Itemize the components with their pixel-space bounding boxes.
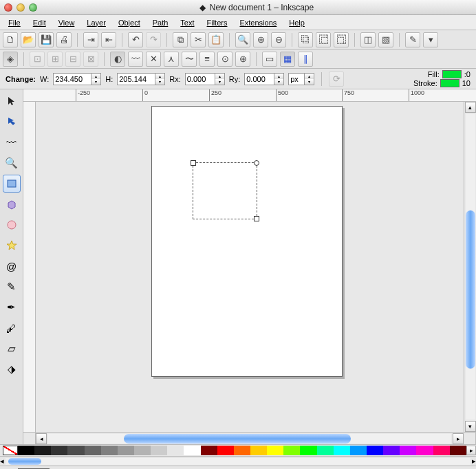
hscroll-thumb[interactable] xyxy=(124,434,351,444)
snap-bbox-mid-button[interactable]: ⊠ xyxy=(83,52,98,67)
tweak-tool[interactable]: 〰 xyxy=(3,133,21,151)
palette-scroll-right[interactable]: ▸ xyxy=(472,457,476,466)
reset-corners-button[interactable]: ⟳ xyxy=(329,72,344,87)
palette-scroll-left[interactable]: ◂ xyxy=(0,457,4,466)
undo-button[interactable]: ↶ xyxy=(128,32,143,47)
new-document-button[interactable]: 🗋 xyxy=(3,32,18,47)
print-button[interactable]: 🖨 xyxy=(56,32,72,47)
unlink-clone-button[interactable]: ⿹ xyxy=(334,32,349,47)
eraser-tool[interactable]: ▱ xyxy=(3,340,21,358)
menu-edit[interactable]: Edit xyxy=(28,17,52,28)
snap-rotation-button[interactable]: ⊕ xyxy=(235,52,250,67)
resize-handle-tl[interactable] xyxy=(191,160,196,166)
width-spinner[interactable]: ▴▾ xyxy=(91,73,101,85)
node-tool[interactable] xyxy=(3,113,21,131)
snap-node-button[interactable]: ◐ xyxy=(110,52,125,67)
menu-help[interactable]: Help xyxy=(283,17,310,28)
palette-swatch[interactable] xyxy=(184,446,200,455)
close-window-button[interactable] xyxy=(4,3,12,12)
menu-layer[interactable]: Layer xyxy=(81,17,111,28)
zoom-window-button[interactable] xyxy=(29,3,37,12)
palette-swatch[interactable] xyxy=(118,446,134,455)
menu-text[interactable]: Text xyxy=(175,17,199,28)
stroke-swatch-top[interactable] xyxy=(440,79,459,87)
snap-bbox-button[interactable]: ⊡ xyxy=(30,52,45,67)
rectangle-tool[interactable] xyxy=(3,175,21,193)
palette-swatch[interactable] xyxy=(167,446,184,455)
palette-swatch[interactable] xyxy=(18,446,34,455)
height-input[interactable] xyxy=(117,73,155,85)
palette-swatch[interactable] xyxy=(134,446,151,455)
redo-button[interactable]: ↷ xyxy=(146,32,161,47)
selector-tool[interactable] xyxy=(3,92,21,110)
zoom-drawing-button[interactable]: ⊕ xyxy=(253,32,268,47)
width-input[interactable] xyxy=(53,73,91,85)
snap-page-button[interactable]: ▭ xyxy=(262,52,277,67)
palette-scrollbar[interactable]: ◂ ▸ xyxy=(0,457,476,466)
menu-extensions[interactable]: Extensions xyxy=(234,17,282,28)
import-button[interactable]: ⇥ xyxy=(83,32,98,47)
save-button[interactable]: 💾 xyxy=(39,32,54,47)
unit-spinner[interactable]: ▴▾ xyxy=(305,73,314,85)
palette-swatch[interactable] xyxy=(34,446,51,455)
cut-button[interactable]: ✂ xyxy=(191,32,206,47)
vertical-scrollbar[interactable]: ▴ ▾ xyxy=(464,102,476,432)
unit-select[interactable] xyxy=(288,73,305,85)
menu-object[interactable]: Object xyxy=(113,17,146,28)
zoom-selection-button[interactable]: 🔍 xyxy=(235,32,250,47)
palette-swatch[interactable] xyxy=(350,446,367,455)
snap-center-button[interactable]: ⊙ xyxy=(217,52,232,67)
zoom-tool[interactable]: 🔍 xyxy=(3,154,21,172)
menu-filters[interactable]: Filters xyxy=(202,17,233,28)
no-fill-swatch[interactable] xyxy=(3,446,18,455)
palette-swatch[interactable] xyxy=(416,446,433,455)
paint-bucket-tool[interactable]: ⬗ xyxy=(3,360,21,378)
scroll-up-button[interactable]: ▴ xyxy=(465,102,476,113)
ry-input[interactable] xyxy=(244,73,274,85)
palette-swatch[interactable] xyxy=(367,446,383,455)
minimize-window-button[interactable] xyxy=(17,3,25,12)
palette-swatch[interactable] xyxy=(450,446,466,455)
palette-swatch[interactable] xyxy=(433,446,450,455)
corner-radius-handle[interactable] xyxy=(254,160,259,166)
snap-cusp-button[interactable]: ⋏ xyxy=(164,52,179,67)
palette-swatch[interactable] xyxy=(250,446,267,455)
scroll-right-button[interactable]: ▸ xyxy=(453,433,464,444)
horizontal-scrollbar[interactable]: ◂ ▸ xyxy=(36,433,464,444)
menu-view[interactable]: View xyxy=(53,17,80,28)
palette-scroll-button[interactable]: ▸ xyxy=(466,446,476,455)
palette-swatch[interactable] xyxy=(151,446,167,455)
palette-scroll-thumb[interactable] xyxy=(8,458,41,465)
height-spinner[interactable]: ▴▾ xyxy=(155,73,165,85)
rx-input[interactable] xyxy=(185,73,215,85)
copy-button[interactable]: ⧉ xyxy=(173,32,188,47)
snap-grid-button[interactable]: ▦ xyxy=(280,52,295,67)
palette-swatch[interactable] xyxy=(300,446,316,455)
palette-swatch[interactable] xyxy=(334,446,350,455)
ry-spinner[interactable]: ▴▾ xyxy=(274,73,284,85)
vertical-ruler[interactable] xyxy=(23,102,36,432)
palette-swatch[interactable] xyxy=(234,446,250,455)
ellipse-tool[interactable] xyxy=(3,216,21,234)
duplicate-button[interactable]: ⿻ xyxy=(298,32,313,47)
palette-swatch[interactable] xyxy=(51,446,67,455)
palette-swatch[interactable] xyxy=(217,446,234,455)
palette-swatch[interactable] xyxy=(383,446,400,455)
pencil-tool[interactable]: ✎ xyxy=(3,278,21,296)
zoom-page-button[interactable]: ⊖ xyxy=(271,32,286,47)
menu-file[interactable]: File xyxy=(3,17,26,28)
palette-swatch[interactable] xyxy=(67,446,84,455)
scroll-down-button[interactable]: ▾ xyxy=(465,421,476,432)
more-dropdown[interactable]: ▾ xyxy=(423,32,438,47)
snap-midpoint-button[interactable]: ≡ xyxy=(199,52,215,67)
scroll-left-button[interactable]: ◂ xyxy=(36,433,47,444)
snap-bbox-corner-button[interactable]: ⊞ xyxy=(47,52,63,67)
palette-swatch[interactable] xyxy=(201,446,217,455)
clone-button[interactable]: ⿸ xyxy=(316,32,331,47)
snap-intersection-button[interactable]: ✕ xyxy=(146,52,161,67)
resize-handle-br[interactable] xyxy=(254,216,259,221)
export-button[interactable]: ⇤ xyxy=(101,32,116,47)
palette-swatch[interactable] xyxy=(283,446,300,455)
horizontal-ruler[interactable]: -250 0 250 500 750 1000 xyxy=(23,89,476,102)
spiral-tool[interactable]: @ xyxy=(3,257,21,275)
